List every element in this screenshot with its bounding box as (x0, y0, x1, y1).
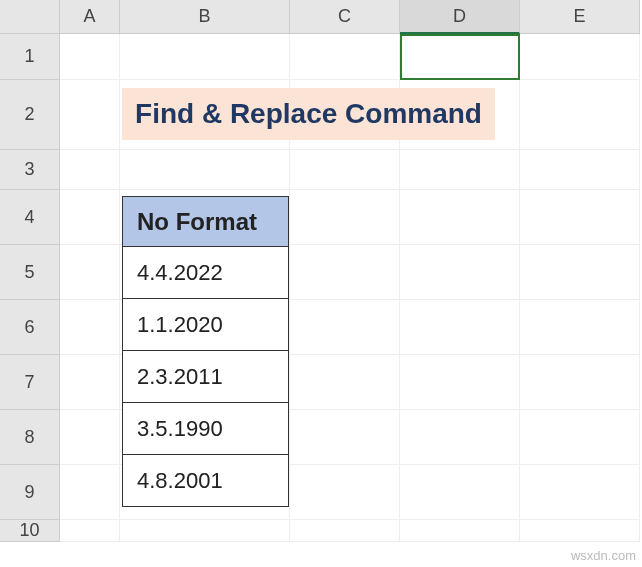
page-title: Find & Replace Command (122, 88, 495, 140)
cell-E3[interactable] (520, 150, 640, 190)
cell-C3[interactable] (290, 150, 400, 190)
table-header-noformat[interactable]: No Format (123, 197, 289, 247)
row-header-10[interactable]: 10 (0, 520, 60, 542)
cell-D1[interactable] (400, 34, 520, 80)
cell-A7[interactable] (60, 355, 120, 410)
table-row[interactable]: 3.5.1990 (123, 403, 289, 455)
cell-E9[interactable] (520, 465, 640, 520)
select-all-corner[interactable] (0, 0, 60, 34)
row-header-6[interactable]: 6 (0, 300, 60, 355)
row-header-3[interactable]: 3 (0, 150, 60, 190)
row-header-9[interactable]: 9 (0, 465, 60, 520)
cell-E10[interactable] (520, 520, 640, 542)
cell-D6[interactable] (400, 300, 520, 355)
row-header-1[interactable]: 1 (0, 34, 60, 80)
row-header-2[interactable]: 2 (0, 80, 60, 150)
cell-D4[interactable] (400, 190, 520, 245)
row-header-5[interactable]: 5 (0, 245, 60, 300)
col-header-E[interactable]: E (520, 0, 640, 34)
cell-E5[interactable] (520, 245, 640, 300)
data-table: No Format 4.4.2022 1.1.2020 2.3.2011 3.5… (122, 196, 289, 507)
table-row[interactable]: 1.1.2020 (123, 299, 289, 351)
table-row[interactable]: 4.4.2022 (123, 247, 289, 299)
table-row[interactable]: 4.8.2001 (123, 455, 289, 507)
col-header-D[interactable]: D (400, 0, 520, 34)
cell-D10[interactable] (400, 520, 520, 542)
cell-A4[interactable] (60, 190, 120, 245)
cell-D3[interactable] (400, 150, 520, 190)
cell-A3[interactable] (60, 150, 120, 190)
cell-D5[interactable] (400, 245, 520, 300)
col-header-A[interactable]: A (60, 0, 120, 34)
cell-C8[interactable] (290, 410, 400, 465)
table-cell[interactable]: 2.3.2011 (123, 351, 289, 403)
cell-C7[interactable] (290, 355, 400, 410)
col-header-C[interactable]: C (290, 0, 400, 34)
cell-C10[interactable] (290, 520, 400, 542)
cell-B10[interactable] (120, 520, 290, 542)
cell-C6[interactable] (290, 300, 400, 355)
table-cell[interactable]: 4.4.2022 (123, 247, 289, 299)
row-header-7[interactable]: 7 (0, 355, 60, 410)
cell-E8[interactable] (520, 410, 640, 465)
row-header-8[interactable]: 8 (0, 410, 60, 465)
cell-C4[interactable] (290, 190, 400, 245)
col-header-B[interactable]: B (120, 0, 290, 34)
table-cell[interactable]: 1.1.2020 (123, 299, 289, 351)
cell-D7[interactable] (400, 355, 520, 410)
cell-A5[interactable] (60, 245, 120, 300)
cell-A6[interactable] (60, 300, 120, 355)
table-cell[interactable]: 3.5.1990 (123, 403, 289, 455)
cell-D9[interactable] (400, 465, 520, 520)
spreadsheet-grid: A B C D E 1 2 3 4 5 6 7 8 9 (0, 0, 642, 542)
cell-C1[interactable] (290, 34, 400, 80)
cell-B3[interactable] (120, 150, 290, 190)
cell-A1[interactable] (60, 34, 120, 80)
cell-E7[interactable] (520, 355, 640, 410)
table-row[interactable]: 2.3.2011 (123, 351, 289, 403)
cell-B1[interactable] (120, 34, 290, 80)
cell-C5[interactable] (290, 245, 400, 300)
cell-A8[interactable] (60, 410, 120, 465)
table-cell[interactable]: 4.8.2001 (123, 455, 289, 507)
cell-C9[interactable] (290, 465, 400, 520)
cell-A2[interactable] (60, 80, 120, 150)
cell-A10[interactable] (60, 520, 120, 542)
cell-E2[interactable] (520, 80, 640, 150)
cell-E4[interactable] (520, 190, 640, 245)
cell-E6[interactable] (520, 300, 640, 355)
row-header-4[interactable]: 4 (0, 190, 60, 245)
cell-A9[interactable] (60, 465, 120, 520)
cell-D8[interactable] (400, 410, 520, 465)
watermark: wsxdn.com (571, 548, 636, 563)
cell-E1[interactable] (520, 34, 640, 80)
